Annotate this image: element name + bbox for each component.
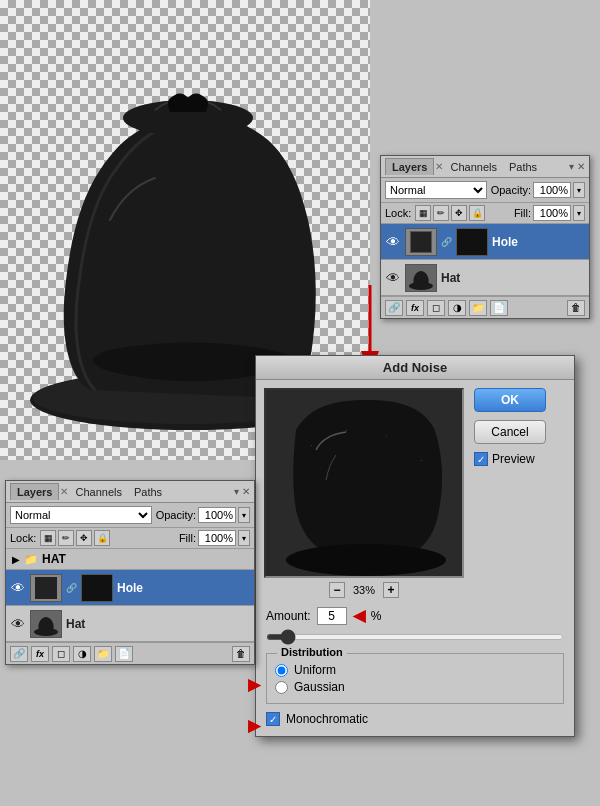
layer-eye-hat-bottom[interactable]: 👁 (10, 616, 26, 632)
amount-input[interactable] (317, 607, 347, 625)
ok-button[interactable]: OK (474, 388, 546, 412)
layer-eye-hat-top[interactable]: 👁 (385, 270, 401, 286)
uniform-label[interactable]: Uniform (294, 663, 336, 677)
preview-checkbox[interactable]: ✓ (474, 452, 488, 466)
opacity-row-bottom: Opacity: ▾ (156, 507, 250, 523)
layer-hole-bottom[interactable]: 👁 🔗 Hole (6, 570, 254, 606)
dialog-title: Add Noise (383, 360, 447, 375)
tab-paths-top[interactable]: Paths (503, 159, 543, 175)
preview-image[interactable] (264, 388, 464, 578)
new-layer-btn-top[interactable]: 📄 (490, 300, 508, 316)
opacity-label-bottom: Opacity: (156, 509, 196, 521)
lock-icons-bottom: ▦ ✏ ✥ 🔒 (40, 530, 110, 546)
lock-label-bottom: Lock: (10, 532, 36, 544)
link-layers-btn-bottom[interactable]: 🔗 (10, 646, 28, 662)
lock-row-top: Lock: ▦ ✏ ✥ 🔒 Fill: ▾ (381, 203, 589, 224)
fill-arrow-bottom[interactable]: ▾ (238, 530, 250, 546)
lock-position-btn[interactable]: ✥ (451, 205, 467, 221)
zoom-out-btn[interactable]: − (329, 582, 345, 598)
fill-label-top: Fill: (514, 207, 531, 219)
panel-close-bottom[interactable]: ▾ ✕ (234, 486, 250, 497)
fill-arrow-top[interactable]: ▾ (573, 205, 585, 221)
svg-rect-8 (311, 445, 312, 446)
noise-preview-content (266, 390, 462, 576)
dialog-preview-section: − 33% + (264, 388, 464, 598)
adj-btn-bottom[interactable]: ◑ (73, 646, 91, 662)
layer-name-hole-bottom: Hole (117, 581, 143, 595)
fill-row-top: Fill: ▾ (514, 205, 585, 221)
zoom-in-btn[interactable]: + (383, 582, 399, 598)
monochromatic-red-arrow: ▶ (248, 716, 260, 735)
tab-channels-bottom[interactable]: Channels (69, 484, 127, 500)
lock-position-btn-b[interactable]: ✥ (76, 530, 92, 546)
fill-input-top[interactable] (533, 205, 571, 221)
lock-label-top: Lock: (385, 207, 411, 219)
monochromatic-checkbox[interactable]: ✓ (266, 712, 280, 726)
svg-point-7 (286, 544, 446, 576)
fill-row-bottom: Fill: ▾ (179, 530, 250, 546)
link-layers-btn-top[interactable]: 🔗 (385, 300, 403, 316)
layer-hole-top[interactable]: 👁 🔗 Hole (381, 224, 589, 260)
panel-close-top[interactable]: ▾ ✕ (569, 161, 585, 172)
opacity-arrow-top[interactable]: ▾ (573, 182, 585, 198)
gaussian-radio-row: Gaussian (275, 680, 555, 694)
layer-hat-bottom[interactable]: 👁 Hat (6, 606, 254, 642)
folder-icon: 📁 (24, 553, 38, 566)
group-row[interactable]: ▶ 📁 HAT (6, 549, 254, 570)
amount-label: Amount: (266, 609, 311, 623)
opacity-input-top[interactable] (533, 182, 571, 198)
amount-red-arrow: ◀ (353, 606, 365, 625)
distribution-section: ▶ Distribution Uniform Gaussian (256, 653, 574, 712)
mask-btn-top[interactable]: ◻ (427, 300, 445, 316)
gaussian-radio[interactable] (275, 681, 288, 694)
layer-hat-top[interactable]: 👁 Hat (381, 260, 589, 296)
blend-controls-bottom: Normal Opacity: ▾ (6, 503, 254, 528)
layer-eye-hole-top[interactable]: 👁 (385, 234, 401, 250)
new-layer-btn-bottom[interactable]: 📄 (115, 646, 133, 662)
layer-name-hat-top: Hat (441, 271, 460, 285)
layers-panel-bottom: Layers ✕ Channels Paths ▾ ✕ Normal Opaci… (5, 480, 255, 665)
gaussian-label[interactable]: Gaussian (294, 680, 345, 694)
lock-transparent-btn-b[interactable]: ▦ (40, 530, 56, 546)
group-btn-top[interactable]: 📁 (469, 300, 487, 316)
delete-btn-bottom[interactable]: 🗑 (232, 646, 250, 662)
tab-layers-bottom[interactable]: Layers (10, 483, 59, 500)
svg-rect-11 (421, 460, 422, 461)
group-name: HAT (42, 552, 66, 566)
blend-mode-select-bottom[interactable]: Normal (10, 506, 152, 524)
monochromatic-label: Monochromatic (286, 712, 368, 726)
fx-btn-top[interactable]: fx (406, 300, 424, 316)
preview-svg (266, 390, 462, 576)
adj-btn-top[interactable]: ◑ (448, 300, 466, 316)
lock-transparent-btn[interactable]: ▦ (415, 205, 431, 221)
lock-pixels-btn-b[interactable]: ✏ (58, 530, 74, 546)
layers-panel-top: Layers ✕ Channels Paths ▾ ✕ Normal Opaci… (380, 155, 590, 319)
fill-input-bottom[interactable] (198, 530, 236, 546)
tab-channels-top[interactable]: Channels (444, 159, 502, 175)
amount-slider[interactable] (266, 634, 564, 640)
dialog-body: − 33% + OK Cancel ✓ Preview (256, 380, 574, 606)
blend-controls-top: Normal Opacity: ▾ (381, 178, 589, 203)
lock-row-bottom: Lock: ▦ ✏ ✥ 🔒 Fill: ▾ (6, 528, 254, 549)
lock-icons-top: ▦ ✏ ✥ 🔒 (415, 205, 485, 221)
lock-all-btn[interactable]: 🔒 (469, 205, 485, 221)
lock-all-btn-b[interactable]: 🔒 (94, 530, 110, 546)
layer-eye-hole-bottom[interactable]: 👁 (10, 580, 26, 596)
svg-rect-10 (386, 435, 387, 436)
cancel-button[interactable]: Cancel (474, 420, 546, 444)
lock-pixels-btn[interactable]: ✏ (433, 205, 449, 221)
opacity-label-top: Opacity: (491, 184, 531, 196)
layer-name-hole-top: Hole (492, 235, 518, 249)
fx-btn-bottom[interactable]: fx (31, 646, 49, 662)
mask-btn-bottom[interactable]: ◻ (52, 646, 70, 662)
uniform-radio[interactable] (275, 664, 288, 677)
tab-layers-top[interactable]: Layers (385, 158, 434, 175)
group-btn-bottom[interactable]: 📁 (94, 646, 112, 662)
tab-paths-bottom[interactable]: Paths (128, 484, 168, 500)
layer-mask-hole-top (456, 228, 488, 256)
opacity-input-bottom[interactable] (198, 507, 236, 523)
blend-mode-select-top[interactable]: Normal (385, 181, 487, 199)
chain-icon-hole-top: 🔗 (441, 237, 452, 247)
opacity-arrow-bottom[interactable]: ▾ (238, 507, 250, 523)
delete-btn-top[interactable]: 🗑 (567, 300, 585, 316)
